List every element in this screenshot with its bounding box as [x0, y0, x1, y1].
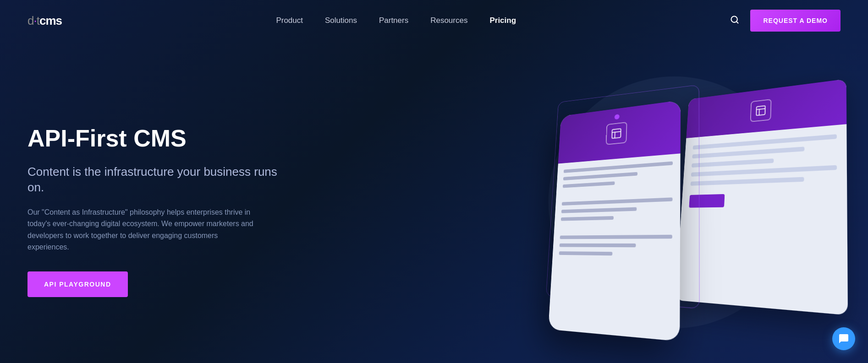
logo-link[interactable]: d·t cms [27, 14, 62, 28]
nav-item-resources[interactable]: Resources [430, 16, 467, 25]
hero-content: API-First CMS Content is the infrastruct… [27, 125, 293, 297]
hero-title: API-First CMS [27, 125, 293, 152]
cms-icon-front [606, 122, 627, 145]
cms-icon-back [750, 99, 772, 122]
nav-item-partners[interactable]: Partners [379, 16, 408, 25]
nav-item-solutions[interactable]: Solutions [325, 16, 357, 25]
front-line [560, 234, 672, 238]
nav-item-pricing[interactable]: Pricing [489, 16, 516, 25]
api-playground-button[interactable]: API PLAYGROUND [27, 271, 128, 297]
svg-line-1 [736, 21, 738, 23]
nav-item-product[interactable]: Product [276, 16, 303, 25]
front-line [562, 197, 673, 206]
content-line [693, 134, 837, 150]
nav-menu: Product Solutions Partners Resources Pri… [276, 16, 516, 25]
content-line [690, 177, 804, 185]
device-back-content [681, 124, 847, 216]
front-line [559, 251, 613, 255]
device-front [548, 100, 681, 341]
hero-subtitle: Content is the infrastructure your busin… [27, 164, 293, 195]
front-line [561, 216, 614, 221]
device-back [676, 79, 848, 315]
hero-visual [456, 41, 868, 363]
svg-line-3 [757, 108, 765, 109]
front-line [563, 181, 615, 188]
front-line [561, 207, 637, 213]
front-line [564, 161, 673, 173]
content-line [691, 165, 837, 176]
search-icon[interactable] [730, 15, 739, 27]
request-demo-button[interactable]: REQUEST A DEMO [750, 10, 841, 32]
front-line [563, 172, 637, 180]
hero-body: Our "Content as Infrastructure" philosop… [27, 206, 257, 253]
content-line [692, 158, 774, 168]
nav-actions: REQUEST A DEMO [730, 10, 841, 32]
logo-text: d·t [27, 14, 39, 28]
svg-rect-5 [612, 128, 621, 138]
logo-cms: cms [39, 14, 62, 28]
navbar: d·t cms Product Solutions Partners Resou… [0, 0, 868, 41]
front-line [560, 243, 636, 247]
hero-section: API-First CMS Content is the infrastruct… [0, 41, 868, 363]
device-front-dot [615, 114, 620, 119]
chat-widget[interactable] [832, 327, 855, 350]
svg-line-6 [612, 131, 621, 132]
svg-rect-2 [756, 105, 765, 115]
device-stack [533, 74, 854, 330]
device-front-content [552, 153, 681, 264]
